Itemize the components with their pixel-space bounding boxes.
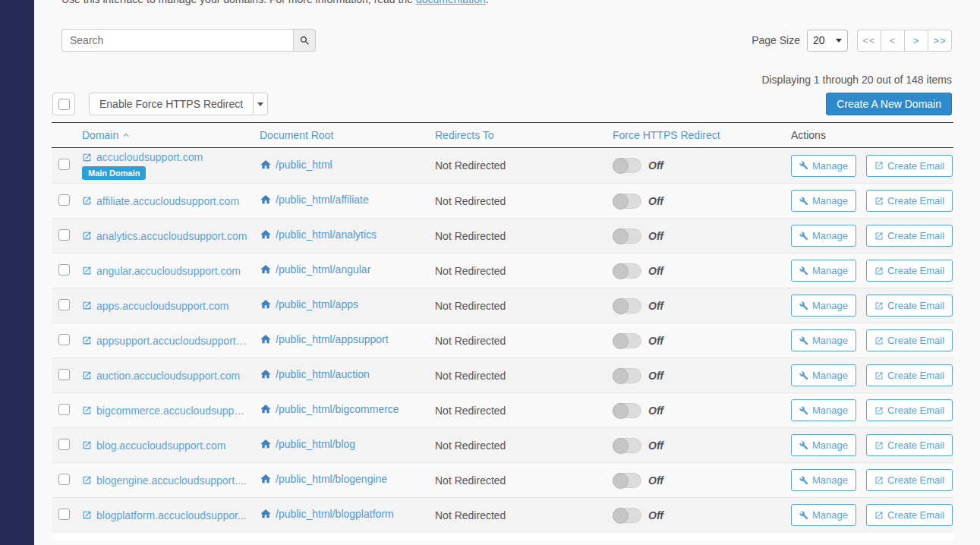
document-root-link[interactable]: /public_html/blog <box>260 438 355 450</box>
domain-link[interactable]: blog.accucloudsupport.com <box>96 439 225 452</box>
create-email-button[interactable]: Create Email <box>866 504 953 526</box>
bulk-dropdown-toggle[interactable] <box>253 93 268 115</box>
pagination-next-button[interactable]: > <box>904 30 928 52</box>
header-actions: Actions <box>785 123 953 148</box>
actions-cell: Manage Create Email <box>785 358 953 393</box>
manage-button[interactable]: Manage <box>791 295 856 317</box>
search-input[interactable] <box>61 29 293 52</box>
create-email-button[interactable]: Create Email <box>866 260 953 282</box>
domain-link[interactable]: appsupport.accucloudsupport.... <box>96 335 247 347</box>
force-https-toggle[interactable] <box>613 403 641 418</box>
row-checkbox[interactable] <box>58 159 70 170</box>
create-email-button[interactable]: Create Email <box>866 190 953 212</box>
row-checkbox[interactable] <box>58 509 70 520</box>
redirects-to-cell: Not Redirected <box>429 184 607 219</box>
domain-cell: accucloudsupport.com Main Domain <box>76 148 254 184</box>
page-size-select[interactable]: 20 <box>807 30 848 52</box>
manage-button[interactable]: Manage <box>791 504 856 526</box>
domain-link[interactable]: angular.accucloudsupport.com <box>96 265 241 277</box>
domain-link[interactable]: blogplatform.accucloudsuppor... <box>96 509 247 521</box>
document-root-link[interactable]: /public_html/blogengine <box>260 473 387 485</box>
row-checkbox[interactable] <box>58 474 70 485</box>
force-https-toggle[interactable] <box>613 333 641 348</box>
manage-button[interactable]: Manage <box>791 469 856 491</box>
sort-by-document-root-link[interactable]: Document Root <box>260 129 333 141</box>
document-root-link[interactable]: /public_html <box>260 159 332 171</box>
domain-link[interactable]: apps.accucloudsupport.com <box>96 300 228 312</box>
document-root-link[interactable]: /public_html/apps <box>260 298 358 310</box>
create-email-button[interactable]: Create Email <box>866 469 953 491</box>
documentation-link[interactable]: documentation <box>416 0 486 5</box>
create-email-button[interactable]: Create Email <box>866 364 953 386</box>
document-root-link[interactable]: /public_html/blogplatform <box>260 508 394 520</box>
pagination-last-button[interactable]: >> <box>928 30 952 52</box>
select-all-checkbox[interactable] <box>58 99 70 110</box>
create-email-button[interactable]: Create Email <box>866 434 953 456</box>
table-row-partial <box>52 533 953 540</box>
row-checkbox[interactable] <box>58 229 70 241</box>
manage-button[interactable]: Manage <box>791 399 856 421</box>
domain-link[interactable]: auction.accucloudsupport.com <box>96 370 240 382</box>
external-link-icon <box>82 440 92 450</box>
force-https-toggle[interactable] <box>613 473 641 488</box>
actions-cell: Manage Create Email <box>785 288 953 323</box>
document-root-link[interactable]: /public_html/auction <box>260 368 370 380</box>
document-root-link[interactable]: /public_html/appsupport <box>260 333 389 345</box>
toggle-state-label: Off <box>648 509 663 521</box>
sort-by-domain-link[interactable]: Domain <box>82 129 131 142</box>
force-https-toggle[interactable] <box>613 368 641 383</box>
row-checkbox[interactable] <box>58 299 70 310</box>
toolbar: Page Size 20 << < > >> <box>61 29 952 52</box>
domain-link[interactable]: accucloudsupport.com <box>96 151 203 163</box>
force-https-toggle[interactable] <box>613 228 641 244</box>
document-root-link[interactable]: /public_html/bigcommerce <box>260 403 399 415</box>
sort-by-redirects-to-link[interactable]: Redirects To <box>435 129 494 141</box>
domain-link[interactable]: affiliate.accucloudsupport.com <box>96 195 239 207</box>
create-email-button[interactable]: Create Email <box>866 329 953 351</box>
table-row: affiliate.accucloudsupport.com /public_h… <box>52 184 953 219</box>
manage-button[interactable]: Manage <box>791 190 856 212</box>
force-https-toggle[interactable] <box>613 158 641 173</box>
sort-by-force-https-link[interactable]: Force HTTPS Redirect <box>613 129 720 141</box>
create-email-button[interactable]: Create Email <box>866 155 953 177</box>
domain-link[interactable]: blogengine.accucloudsupport.... <box>96 474 247 487</box>
table-row: auction.accucloudsupport.com /public_htm… <box>52 358 953 393</box>
enable-force-https-button[interactable]: Enable Force HTTPS Redirect <box>89 93 254 115</box>
manage-button[interactable]: Manage <box>791 434 856 456</box>
create-email-button[interactable]: Create Email <box>866 399 953 421</box>
pagination-prev-button[interactable]: < <box>881 30 905 52</box>
select-all-button[interactable] <box>52 93 75 115</box>
manage-button[interactable]: Manage <box>791 364 856 386</box>
domains-page: Use this interface to manage your domain… <box>34 0 953 540</box>
force-https-toggle[interactable] <box>613 438 641 453</box>
external-link-icon <box>874 232 884 241</box>
force-https-toggle[interactable] <box>613 263 641 279</box>
pagination-first-button[interactable]: << <box>857 30 881 52</box>
external-link-icon <box>874 371 884 380</box>
create-email-button[interactable]: Create Email <box>866 295 953 317</box>
domain-link[interactable]: analytics.accucloudsupport.com <box>96 230 247 242</box>
force-https-cell: Off <box>607 254 785 288</box>
create-email-button[interactable]: Create Email <box>866 225 953 247</box>
domain-link[interactable]: bigcommerce.accucloudsuppo... <box>96 405 247 417</box>
manage-button[interactable]: Manage <box>791 260 856 282</box>
force-https-toggle[interactable] <box>613 298 641 313</box>
document-root-link[interactable]: /public_html/angular <box>260 263 370 276</box>
row-checkbox[interactable] <box>58 334 70 345</box>
manage-button[interactable]: Manage <box>791 329 856 351</box>
force-https-toggle[interactable] <box>613 508 641 523</box>
row-checkbox[interactable] <box>58 404 70 415</box>
row-checkbox[interactable] <box>58 369 70 380</box>
row-checkbox[interactable] <box>58 264 70 276</box>
force-https-toggle[interactable] <box>613 194 641 209</box>
create-new-domain-button[interactable]: Create A New Domain <box>826 93 952 115</box>
manage-button[interactable]: Manage <box>791 225 856 247</box>
table-row: blogplatform.accucloudsuppor... /public_… <box>52 498 953 533</box>
row-checkbox[interactable] <box>58 194 70 206</box>
manage-button[interactable]: Manage <box>791 155 856 177</box>
document-root-link[interactable]: /public_html/analytics <box>260 228 377 241</box>
document-root-link[interactable]: /public_html/affiliate <box>260 194 369 206</box>
row-checkbox[interactable] <box>58 439 70 450</box>
document-root-cell: /public_html/angular <box>254 254 429 288</box>
search-button[interactable] <box>293 29 316 52</box>
